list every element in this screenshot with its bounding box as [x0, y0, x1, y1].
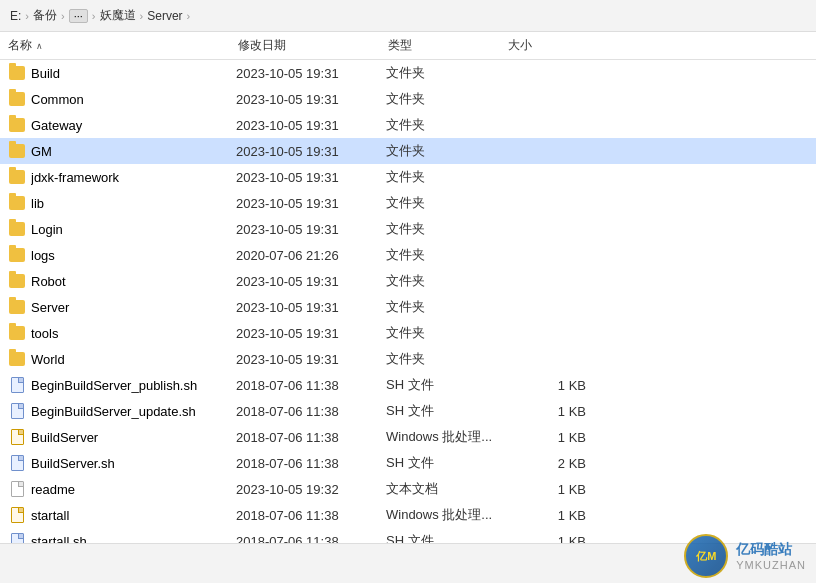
watermark-logo: 亿M	[684, 534, 728, 578]
column-header-row: 名称 ∧ 修改日期 类型 大小	[0, 32, 816, 60]
table-row[interactable]: jdxk-framework 2023-10-05 19:31 文件夹	[0, 164, 816, 190]
file-date: 2023-10-05 19:31	[236, 326, 386, 341]
file-name: World	[31, 352, 236, 367]
file-date: 2023-10-05 19:31	[236, 352, 386, 367]
file-icon-wrapper	[8, 65, 26, 81]
folder-icon	[9, 326, 25, 340]
folder-icon	[9, 248, 25, 262]
file-size: 1 KB	[506, 508, 586, 523]
file-name: Login	[31, 222, 236, 237]
file-type: 文件夹	[386, 142, 506, 160]
file-name: logs	[31, 248, 236, 263]
file-size: 1 KB	[506, 430, 586, 445]
file-date: 2018-07-06 11:38	[236, 534, 386, 544]
file-type: 文件夹	[386, 246, 506, 264]
table-row[interactable]: logs 2020-07-06 21:26 文件夹	[0, 242, 816, 268]
file-date: 2018-07-06 11:38	[236, 456, 386, 471]
sh-file-icon	[11, 403, 24, 419]
file-size: 1 KB	[506, 378, 586, 393]
file-date: 2023-10-05 19:31	[236, 222, 386, 237]
table-row[interactable]: World 2023-10-05 19:31 文件夹	[0, 346, 816, 372]
col-size-label: 大小	[508, 38, 532, 52]
file-size: 1 KB	[506, 534, 586, 544]
file-size: 1 KB	[506, 404, 586, 419]
folder-icon	[9, 196, 25, 210]
file-type: Windows 批处理...	[386, 506, 506, 524]
file-name: GM	[31, 144, 236, 159]
col-date-label: 修改日期	[238, 38, 286, 52]
table-row[interactable]: Login 2023-10-05 19:31 文件夹	[0, 216, 816, 242]
table-row[interactable]: startall 2018-07-06 11:38 Windows 批处理...…	[0, 502, 816, 528]
file-name: lib	[31, 196, 236, 211]
file-type: SH 文件	[386, 402, 506, 420]
breadcrumb-ellipsis[interactable]: ···	[69, 9, 88, 23]
table-row[interactable]: Common 2023-10-05 19:31 文件夹	[0, 86, 816, 112]
file-date: 2018-07-06 11:38	[236, 378, 386, 393]
file-list: Build 2023-10-05 19:31 文件夹 Common 2023-1…	[0, 60, 816, 543]
txt-file-icon	[11, 481, 24, 497]
watermark-en: YMKUZHAN	[736, 559, 806, 571]
file-name: Build	[31, 66, 236, 81]
table-row[interactable]: Gateway 2023-10-05 19:31 文件夹	[0, 112, 816, 138]
file-date: 2018-07-06 11:38	[236, 508, 386, 523]
breadcrumb-sep-5: ›	[187, 10, 191, 22]
watermark-cn: 亿码酷站	[736, 541, 806, 559]
table-row[interactable]: readme 2023-10-05 19:32 文本文档 1 KB	[0, 476, 816, 502]
table-row[interactable]: Server 2023-10-05 19:31 文件夹	[0, 294, 816, 320]
file-name: BeginBuildServer_publish.sh	[31, 378, 236, 393]
file-type: 文件夹	[386, 168, 506, 186]
table-row[interactable]: lib 2023-10-05 19:31 文件夹	[0, 190, 816, 216]
file-icon-wrapper	[8, 507, 26, 523]
col-name-label: 名称	[8, 37, 32, 54]
col-header-name[interactable]: 名称 ∧	[8, 37, 238, 54]
file-icon-wrapper	[8, 117, 26, 133]
file-icon-wrapper	[8, 429, 26, 445]
file-icon-wrapper	[8, 273, 26, 289]
folder-icon	[9, 222, 25, 236]
breadcrumb-game[interactable]: 妖魔道	[100, 7, 136, 24]
col-header-date[interactable]: 修改日期	[238, 37, 388, 54]
file-icon-wrapper	[8, 351, 26, 367]
table-row[interactable]: GM 2023-10-05 19:31 文件夹	[0, 138, 816, 164]
file-type: Windows 批处理...	[386, 428, 506, 446]
table-row[interactable]: BuildServer.sh 2018-07-06 11:38 SH 文件 2 …	[0, 450, 816, 476]
file-name: BuildServer	[31, 430, 236, 445]
bat-file-icon	[11, 507, 24, 523]
table-row[interactable]: tools 2023-10-05 19:31 文件夹	[0, 320, 816, 346]
breadcrumb-bar: E: › 备份 › ··· › 妖魔道 › Server ›	[0, 0, 816, 32]
file-date: 2023-10-05 19:32	[236, 482, 386, 497]
col-header-type[interactable]: 类型	[388, 37, 508, 54]
folder-icon	[9, 92, 25, 106]
file-type: 文件夹	[386, 272, 506, 290]
breadcrumb-server[interactable]: Server	[147, 9, 182, 23]
sort-arrow-name: ∧	[36, 41, 43, 51]
file-name: Gateway	[31, 118, 236, 133]
file-icon-wrapper	[8, 377, 26, 393]
file-type: 文本文档	[386, 480, 506, 498]
breadcrumb-sep-3: ›	[92, 10, 96, 22]
file-size: 2 KB	[506, 456, 586, 471]
breadcrumb-e-drive[interactable]: E:	[10, 9, 21, 23]
table-row[interactable]: Build 2023-10-05 19:31 文件夹	[0, 60, 816, 86]
sh-file-icon	[11, 377, 24, 393]
file-type: SH 文件	[386, 454, 506, 472]
folder-icon	[9, 300, 25, 314]
file-name: readme	[31, 482, 236, 497]
file-date: 2023-10-05 19:31	[236, 144, 386, 159]
table-row[interactable]: Robot 2023-10-05 19:31 文件夹	[0, 268, 816, 294]
file-icon-wrapper	[8, 299, 26, 315]
file-name: Server	[31, 300, 236, 315]
file-icon-wrapper	[8, 403, 26, 419]
file-icon-wrapper	[8, 195, 26, 211]
col-header-size[interactable]: 大小	[508, 37, 588, 54]
table-row[interactable]: BeginBuildServer_update.sh 2018-07-06 11…	[0, 398, 816, 424]
status-bar: 亿M 亿码酷站 YMKUZHAN	[0, 543, 816, 583]
folder-icon	[9, 118, 25, 132]
file-icon-wrapper	[8, 533, 26, 543]
file-icon-wrapper	[8, 481, 26, 497]
file-date: 2018-07-06 11:38	[236, 404, 386, 419]
file-name: startall.sh	[31, 534, 236, 544]
table-row[interactable]: BuildServer 2018-07-06 11:38 Windows 批处理…	[0, 424, 816, 450]
table-row[interactable]: BeginBuildServer_publish.sh 2018-07-06 1…	[0, 372, 816, 398]
breadcrumb-backup[interactable]: 备份	[33, 7, 57, 24]
